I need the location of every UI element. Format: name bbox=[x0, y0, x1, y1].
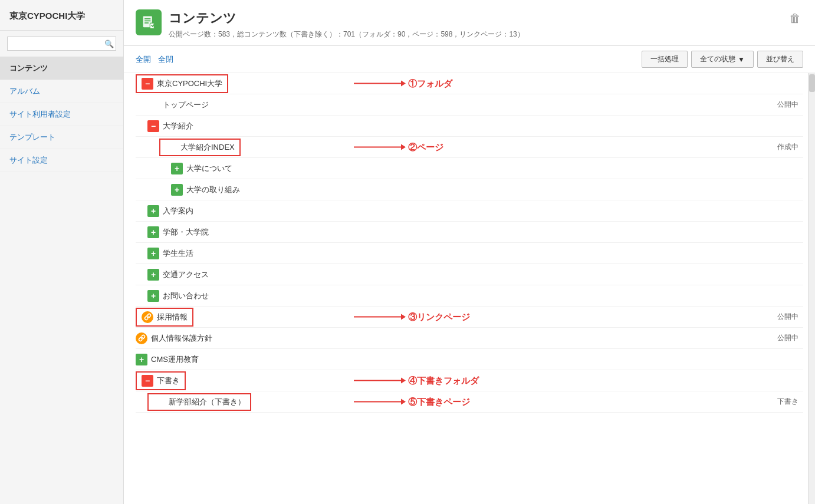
tree-row: + 交通アクセス bbox=[136, 264, 803, 285]
annotation-label-2: ②ページ bbox=[408, 141, 443, 153]
sort-button[interactable]: 並び替え bbox=[757, 51, 803, 68]
toggle-plus-icon[interactable]: + bbox=[147, 269, 159, 281]
link-row-privacy[interactable]: 個人情報保護方針 bbox=[136, 329, 212, 348]
folder-name-tokyo: 東京CYPOCHI大学 bbox=[157, 78, 222, 89]
folder-row-faculty[interactable]: + 学部・大学院 bbox=[147, 223, 209, 242]
collapse-all-button[interactable]: 全閉 bbox=[158, 54, 173, 65]
toggle-plus-icon[interactable]: + bbox=[147, 205, 159, 217]
sidebar-nav: コンテンツ アルバム サイト利用者設定 テンプレート サイト設定 bbox=[0, 57, 123, 172]
tree-row: 個人情報保護方針 公開中 bbox=[136, 328, 803, 349]
folder-row-admission[interactable]: + 入学案内 bbox=[147, 202, 193, 220]
tree-row: − 大学紹介 bbox=[136, 116, 803, 137]
tree-row: + お問い合わせ bbox=[136, 285, 803, 307]
folder-row-access[interactable]: + 交通アクセス bbox=[147, 265, 209, 284]
scrollbar-thumb[interactable] bbox=[809, 74, 815, 92]
page-row-new-faculty-draft[interactable]: 新学部紹介（下書き） bbox=[147, 393, 251, 411]
toggle-plus-icon[interactable]: + bbox=[136, 354, 147, 365]
folder-row-univ-initiatives[interactable]: + 大学の取り組み bbox=[171, 180, 240, 199]
sidebar-item-user-settings[interactable]: サイト利用者設定 bbox=[0, 103, 123, 126]
toggle-plus-icon[interactable]: + bbox=[171, 163, 183, 174]
page-name-top[interactable]: トップページ bbox=[163, 96, 459, 114]
page-header: コンテンツ 公開ページ数：583，総コンテンツ数（下書き除く）：701（フォルダ… bbox=[124, 0, 815, 46]
toggle-minus-icon[interactable]: − bbox=[142, 375, 153, 387]
annotation-5: ⑤下書きページ bbox=[354, 396, 470, 407]
annotation-label-3: ③リンクページ bbox=[408, 311, 470, 322]
annotation-3: ③リンクページ bbox=[354, 311, 470, 322]
link-icon bbox=[142, 311, 153, 323]
annotation-label-5: ⑤下書きページ bbox=[408, 396, 470, 407]
tree-row: + CMS運用教育 bbox=[136, 349, 803, 370]
content-wrapper: − 東京CYPOCHI大学 ①フォルダ トップページ bbox=[124, 73, 815, 504]
sidebar: 東京CYPOCHI大学 🔍 コンテンツ アルバム サイト利用者設定 テンプレート… bbox=[0, 0, 124, 504]
batch-process-button[interactable]: 一括処理 bbox=[642, 51, 688, 68]
sidebar-logo: 東京CYPOCHI大学 bbox=[0, 0, 123, 31]
folder-name-draft: 下書き bbox=[157, 375, 180, 386]
toolbar-left: 全開 全閉 bbox=[136, 54, 173, 65]
tree-status-top: 公開中 bbox=[756, 100, 803, 110]
folder-name-access: 交通アクセス bbox=[163, 269, 209, 280]
main-content: コンテンツ 公開ページ数：583，総コンテンツ数（下書き除く）：701（フォルダ… bbox=[124, 0, 815, 504]
tree-container: − 東京CYPOCHI大学 ①フォルダ トップページ bbox=[124, 73, 815, 413]
folder-name-about-univ: 大学について bbox=[186, 163, 232, 174]
tree-status-draft-page: 下書き bbox=[756, 397, 803, 407]
toggle-minus-icon[interactable]: − bbox=[142, 78, 153, 90]
annotation-label-1: ①フォルダ bbox=[408, 78, 452, 89]
expand-all-button[interactable]: 全開 bbox=[136, 54, 151, 65]
folder-row-student-life[interactable]: + 学生生活 bbox=[147, 244, 193, 263]
tree-row: + 学生生活 bbox=[136, 243, 803, 264]
link-icon-privacy bbox=[136, 332, 147, 344]
sidebar-search-container: 🔍 bbox=[0, 31, 123, 57]
folder-name-contact: お問い合わせ bbox=[163, 291, 209, 301]
toggle-plus-icon[interactable]: + bbox=[147, 248, 159, 259]
folder-row-cms[interactable]: + CMS運用教育 bbox=[136, 350, 199, 369]
trash-button[interactable]: 🗑 bbox=[787, 9, 803, 28]
folder-row-contact[interactable]: + お問い合わせ bbox=[147, 286, 209, 305]
folder-name-cms: CMS運用教育 bbox=[151, 354, 199, 365]
tree-row: − 下書き ④下書きフォルダ bbox=[136, 370, 803, 391]
page-row-univ-index[interactable]: 大学紹介INDEX bbox=[159, 139, 241, 156]
tree-status-privacy: 公開中 bbox=[756, 333, 803, 343]
toggle-plus-icon[interactable]: + bbox=[171, 184, 183, 196]
folder-name-faculty: 学部・大学院 bbox=[163, 227, 209, 238]
annotation-4: ④下書きフォルダ bbox=[354, 375, 479, 386]
search-input[interactable] bbox=[7, 37, 116, 51]
toggle-plus-icon[interactable]: + bbox=[147, 290, 159, 302]
folder-row-draft[interactable]: − 下書き bbox=[136, 371, 186, 390]
content-icon bbox=[136, 9, 162, 35]
toolbar: 全開 全閉 一括処理 全ての状態 ▼ 並び替え bbox=[124, 46, 815, 73]
chevron-down-icon: ▼ bbox=[738, 55, 745, 64]
status-filter-button[interactable]: 全ての状態 ▼ bbox=[691, 51, 754, 68]
folder-row-univ-intro[interactable]: − 大学紹介 bbox=[147, 117, 193, 136]
folder-row-tokyo[interactable]: − 東京CYPOCHI大学 bbox=[136, 74, 228, 93]
toggle-plus-icon[interactable]: + bbox=[147, 226, 159, 238]
status-filter-label: 全ての状態 bbox=[700, 54, 735, 64]
content-area[interactable]: − 東京CYPOCHI大学 ①フォルダ トップページ bbox=[124, 73, 815, 413]
tree-row: トップページ 公開中 bbox=[136, 94, 803, 116]
folder-name-univ-initiatives: 大学の取り組み bbox=[186, 185, 240, 195]
svg-rect-2 bbox=[144, 21, 151, 22]
sidebar-item-album[interactable]: アルバム bbox=[0, 80, 123, 103]
svg-rect-3 bbox=[144, 22, 149, 24]
sidebar-item-site-settings[interactable]: サイト設定 bbox=[0, 149, 123, 172]
sidebar-item-template[interactable]: テンプレート bbox=[0, 126, 123, 149]
folder-name-univ-intro: 大学紹介 bbox=[163, 121, 193, 131]
sidebar-item-contents[interactable]: コンテンツ bbox=[0, 57, 123, 80]
folder-row-about-univ[interactable]: + 大学について bbox=[171, 159, 232, 178]
toolbar-right: 一括処理 全ての状態 ▼ 並び替え bbox=[642, 51, 803, 68]
toggle-minus-icon[interactable]: − bbox=[147, 120, 159, 132]
annotation-label-4: ④下書きフォルダ bbox=[408, 375, 479, 386]
tree-row: + 入学案内 bbox=[136, 200, 803, 222]
annotation-2: ②ページ bbox=[354, 141, 443, 153]
scrollbar[interactable] bbox=[808, 73, 815, 504]
folder-name-admission: 入学案内 bbox=[163, 206, 193, 216]
tree-row: 新学部紹介（下書き） ⑤下書きページ 下書き bbox=[136, 391, 803, 413]
tree-row: 大学紹介INDEX ②ページ 作成中 bbox=[136, 137, 803, 158]
tree-row: − 東京CYPOCHI大学 ①フォルダ bbox=[136, 73, 803, 94]
svg-rect-1 bbox=[144, 18, 151, 19]
page-name-new-faculty-draft: 新学部紹介（下書き） bbox=[169, 397, 245, 407]
tree-status-univ-index: 作成中 bbox=[756, 142, 803, 152]
link-row-recruitment[interactable]: 採用情報 bbox=[136, 308, 193, 327]
tree-row: + 大学について bbox=[136, 158, 803, 179]
tree-row: + 大学の取り組み bbox=[136, 179, 803, 200]
link-name-privacy: 個人情報保護方針 bbox=[151, 333, 212, 344]
